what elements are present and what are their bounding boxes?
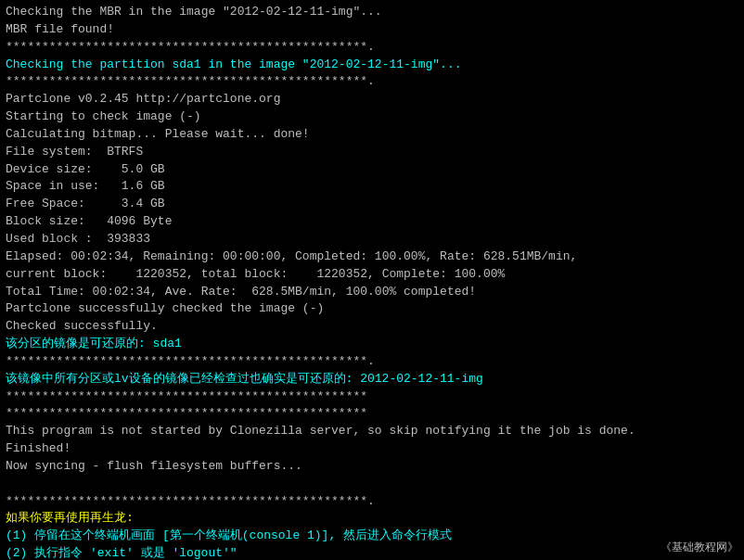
terminal-line: (2) 执行指令 'exit' 或是 'logout'": [6, 546, 237, 560]
terminal-line: (1) 停留在这个终端机画面 [第一个终端机(console 1)], 然后进入…: [6, 528, 452, 542]
watermark: 《基础教程网》: [661, 541, 738, 556]
terminal-line: Starting to check image (-): [6, 109, 201, 123]
terminal-line: Space in use: 1.6 GB: [6, 179, 165, 193]
terminal-line: ****************************************…: [6, 494, 375, 508]
terminal-line: Used block : 393833: [6, 232, 150, 246]
terminal-line: 该镜像中所有分区或lv设备的镜像已经检查过也确实是可还原的: 2012-02-1…: [6, 372, 483, 386]
terminal-window: Checking the MBR in the image "2012-02-1…: [0, 0, 744, 560]
terminal-line: Now syncing - flush filesystem buffers..…: [6, 459, 302, 473]
terminal-line: Checking the partition sda1 in the image…: [6, 57, 461, 71]
terminal-line: Checking the MBR in the image "2012-02-1…: [6, 5, 382, 19]
terminal-line: Partclone successfully checked the image…: [6, 301, 324, 315]
terminal-line: Checked successfully.: [6, 319, 158, 333]
terminal-line: 该分区的镜像是可还原的: sda1: [6, 337, 182, 350]
terminal-line: MBR file found!: [6, 22, 114, 36]
terminal-line: This program is not started by Clonezill…: [6, 424, 635, 438]
terminal-line: ****************************************…: [6, 389, 367, 403]
terminal-line: ****************************************…: [6, 40, 375, 54]
terminal-line: Device size: 5.0 GB: [6, 162, 165, 176]
terminal-line: File system: BTRFS: [6, 145, 143, 159]
terminal-line: Free Space: 3.4 GB: [6, 197, 165, 210]
terminal-line: Calculating bitmap... Please wait... don…: [6, 127, 310, 141]
terminal-line: Partclone v0.2.45 http://partclone.org: [6, 92, 280, 106]
terminal-line: Finished!: [6, 441, 71, 455]
terminal-line: ****************************************…: [6, 406, 367, 420]
terminal-line: 如果你要再使用再生龙:: [6, 511, 134, 525]
terminal-line: Elapsed: 00:02:34, Remaining: 00:00:00, …: [6, 249, 577, 263]
terminal-line: Block size: 4096 Byte: [6, 214, 172, 228]
terminal-line: current block: 1220352, total block: 122…: [6, 267, 505, 281]
terminal-line: ****************************************…: [6, 74, 375, 88]
terminal-line: Total Time: 00:02:34, Ave. Rate: 628.5MB…: [6, 285, 476, 299]
terminal-line: ****************************************…: [6, 354, 375, 368]
